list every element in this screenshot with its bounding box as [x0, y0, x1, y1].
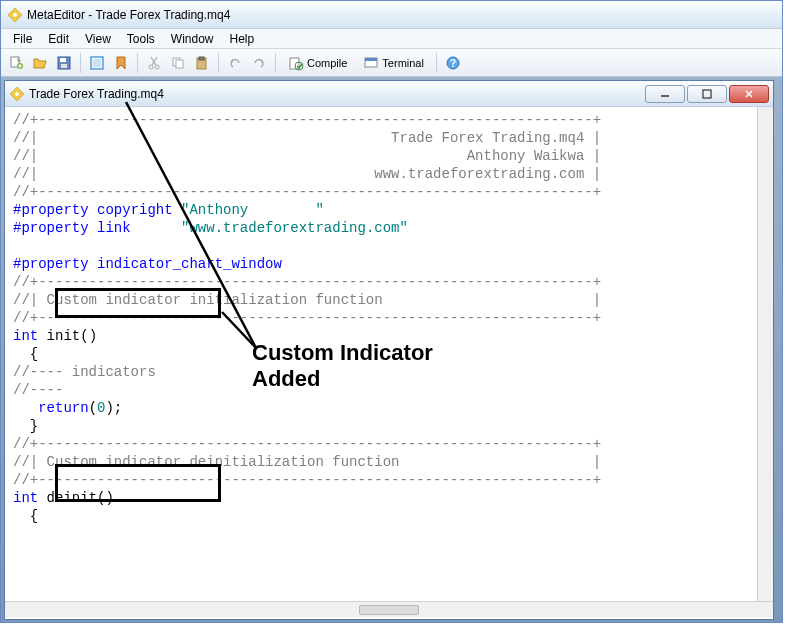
help-button[interactable]: ?	[442, 52, 464, 74]
paste-button[interactable]	[191, 52, 213, 74]
svg-point-10	[155, 65, 159, 69]
compile-button[interactable]: Compile	[281, 52, 354, 74]
toolbar-separator	[218, 53, 219, 73]
svg-point-9	[149, 65, 153, 69]
svg-rect-14	[199, 57, 204, 60]
menu-help[interactable]: Help	[222, 30, 263, 48]
menu-edit[interactable]: Edit	[40, 30, 77, 48]
toolbar-separator	[137, 53, 138, 73]
title-bar[interactable]: MetaEditor - Trade Forex Trading.mq4	[1, 1, 782, 29]
undo-button[interactable]	[224, 52, 246, 74]
compile-label: Compile	[307, 57, 347, 69]
menu-bar: File Edit View Tools Window Help	[1, 29, 782, 49]
new-file-button[interactable]	[5, 52, 27, 74]
terminal-button[interactable]: Terminal	[356, 52, 431, 74]
svg-rect-6	[61, 64, 67, 68]
window-title: MetaEditor - Trade Forex Trading.mq4	[27, 8, 230, 22]
workspace: Trade Forex Trading.mq4 //+-------------…	[1, 77, 782, 622]
editor-window: Trade Forex Trading.mq4 //+-------------…	[4, 80, 774, 620]
save-button[interactable]	[53, 52, 75, 74]
vertical-scrollbar[interactable]	[757, 107, 773, 601]
toolbar-separator	[80, 53, 81, 73]
svg-rect-18	[365, 58, 377, 61]
minimize-button[interactable]	[645, 85, 685, 103]
scroll-thumb[interactable]	[359, 605, 419, 615]
close-button[interactable]	[729, 85, 769, 103]
code-editor[interactable]: //+-------------------------------------…	[5, 107, 773, 601]
svg-rect-12	[176, 60, 183, 68]
maximize-button[interactable]	[687, 85, 727, 103]
copy-button[interactable]	[167, 52, 189, 74]
toolbox-button[interactable]	[86, 52, 108, 74]
redo-button[interactable]	[248, 52, 270, 74]
svg-rect-8	[93, 59, 101, 67]
open-file-button[interactable]	[29, 52, 51, 74]
editor-file-name: Trade Forex Trading.mq4	[29, 87, 164, 101]
cut-button[interactable]	[143, 52, 165, 74]
toolbar-separator	[275, 53, 276, 73]
svg-text:?: ?	[450, 58, 456, 69]
menu-tools[interactable]: Tools	[119, 30, 163, 48]
editor-title-bar[interactable]: Trade Forex Trading.mq4	[5, 81, 773, 107]
svg-rect-5	[60, 58, 66, 62]
svg-point-1	[13, 13, 17, 17]
menu-view[interactable]: View	[77, 30, 119, 48]
code-content[interactable]: //+-------------------------------------…	[5, 107, 757, 601]
menu-window[interactable]: Window	[163, 30, 222, 48]
toolbar: Compile Terminal ?	[1, 49, 782, 77]
main-window: MetaEditor - Trade Forex Trading.mq4 Fil…	[0, 0, 783, 623]
menu-file[interactable]: File	[5, 30, 40, 48]
file-icon	[9, 86, 25, 102]
terminal-label: Terminal	[382, 57, 424, 69]
svg-point-22	[15, 92, 19, 96]
horizontal-scrollbar[interactable]	[5, 601, 773, 617]
app-icon	[7, 7, 23, 23]
navigator-button[interactable]	[110, 52, 132, 74]
svg-rect-24	[703, 90, 711, 98]
toolbar-separator	[436, 53, 437, 73]
